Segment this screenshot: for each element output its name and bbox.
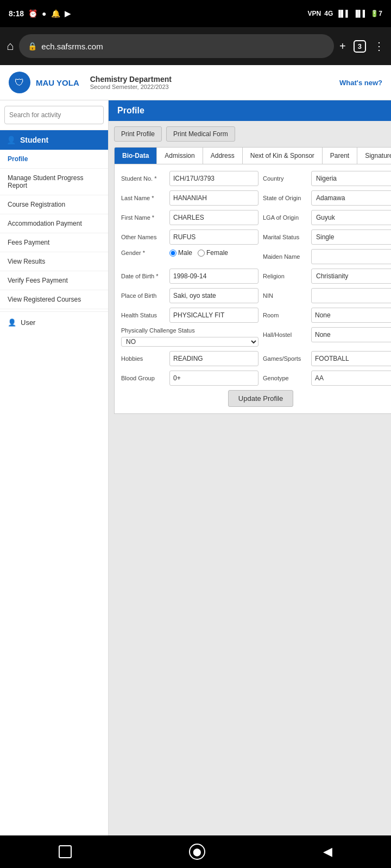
maiden-name-input[interactable] <box>311 249 391 264</box>
games-input[interactable] <box>311 351 391 366</box>
profile-actions: Print Profile Print Medical Form <box>114 126 391 142</box>
place-birth-input[interactable] <box>169 288 258 303</box>
page-title: Profile <box>117 106 144 115</box>
add-tab-icon[interactable]: + <box>339 40 346 53</box>
content-header: Profile <box>109 100 391 121</box>
browser-actions: + 3 ⋮ <box>339 40 384 53</box>
phys-challenge-label: Physically Challenge Status <box>121 327 195 334</box>
print-profile-button[interactable]: Print Profile <box>114 126 162 142</box>
search-input[interactable] <box>4 106 104 124</box>
form-col-student-no: Student No. * <box>121 171 258 186</box>
form-col-phys-challenge: Physically Challenge Status NO <box>121 327 258 347</box>
hall-hostel-input[interactable] <box>311 327 391 342</box>
logo-text: MAU YOLA <box>36 78 79 87</box>
tab-parent[interactable]: Parent <box>323 148 357 164</box>
user-label: User <box>21 318 35 327</box>
sidebar-item-fees[interactable]: Fees Payment <box>0 233 108 252</box>
first-name-label: First Name * <box>121 214 167 221</box>
form-col-hall-hostel: Hall/Hostel <box>263 327 391 342</box>
form-col-games: Games/Sports <box>263 351 391 366</box>
form-col-nin: NIN <box>263 288 391 303</box>
form-col-hobbies: Hobbies <box>121 351 258 366</box>
form-col-last-name: Last Name * <box>121 190 258 206</box>
form-row-dob: Date of Birth * Religion Christianity <box>121 269 391 284</box>
content-area: Profile Print Profile Print Medical Form… <box>109 100 391 868</box>
health-input[interactable] <box>169 308 258 323</box>
state-origin-label: State of Origin <box>263 195 309 201</box>
signal-bars-2: ▐▌▌ <box>354 10 368 17</box>
gender-female-radio[interactable]: Female <box>198 249 228 257</box>
genotype-input[interactable] <box>311 371 391 386</box>
play-icon: ▶ <box>65 9 71 18</box>
student-no-input[interactable] <box>169 171 258 186</box>
religion-label: Religion <box>263 273 309 279</box>
main-layout: 👤 Student Profile Manage Student Progres… <box>0 100 391 868</box>
place-birth-label: Place of Birth <box>121 292 167 299</box>
room-input[interactable] <box>311 308 391 323</box>
whatsapp-icon: ● <box>42 9 46 18</box>
logo-icon: 🛡 <box>9 72 30 93</box>
hall-hostel-label: Hall/Hostel <box>263 331 309 338</box>
country-select[interactable]: Nigeria <box>311 171 391 186</box>
sidebar-student-section: 👤 Student <box>0 130 108 150</box>
back-square-icon[interactable] <box>59 845 72 858</box>
whats-new-link[interactable]: What's new? <box>339 79 382 87</box>
gender-male-label: Male <box>178 249 192 257</box>
gender-male-radio[interactable]: Male <box>169 249 192 257</box>
phys-challenge-select[interactable]: NO <box>121 337 258 347</box>
form-row-phys-challenge: Physically Challenge Status NO Hall/Host… <box>121 327 391 347</box>
hobbies-input[interactable] <box>169 351 258 366</box>
form-col-room: Room <box>263 308 391 323</box>
form-col-marital-status: Marital Status Single <box>263 229 391 245</box>
form-col-place-birth: Place of Birth <box>121 288 258 303</box>
status-right: VPN 4G ▐▌▌ ▐▌▌ 🔋7 <box>308 10 382 17</box>
time: 8:18 <box>9 9 24 18</box>
sidebar-item-progress[interactable]: Manage Student Progress Report <box>0 169 108 195</box>
tab-signature[interactable]: Signature <box>357 148 391 164</box>
last-name-input[interactable] <box>169 190 258 206</box>
gender-radio-group: Male Female <box>169 249 228 257</box>
first-name-input[interactable] <box>169 210 258 225</box>
dob-input[interactable] <box>169 269 258 284</box>
form-row-first-name: First Name * LGA of Origin Guyuk <box>121 210 391 225</box>
form-col-country: Country Nigeria <box>263 171 391 186</box>
sidebar-item-results[interactable]: View Results <box>0 252 108 271</box>
form-row-hobbies: Hobbies Games/Sports <box>121 351 391 366</box>
update-profile-button[interactable]: Update Profile <box>228 390 293 407</box>
home-icon[interactable]: ⌂ <box>7 39 14 53</box>
back-triangle-icon[interactable]: ◀ <box>323 845 332 859</box>
last-name-label: Last Name * <box>121 195 167 201</box>
home-circle-icon[interactable]: ⬤ <box>189 844 205 860</box>
form-row-blood-group: Blood Group Genotype <box>121 371 391 386</box>
tab-bio-data[interactable]: Bio-Data <box>115 148 157 164</box>
tab-admission[interactable]: Admission <box>157 148 203 164</box>
state-origin-select[interactable]: Adamawa <box>311 190 391 206</box>
vpn-label: VPN <box>308 10 321 17</box>
sidebar-item-verify-fees[interactable]: Verify Fees Payment <box>0 271 108 290</box>
lga-select[interactable]: Guyuk <box>311 210 391 225</box>
form-col-maiden-name: Maiden Name <box>263 249 391 264</box>
print-medical-button[interactable]: Print Medical Form <box>166 126 235 142</box>
url-bar[interactable]: 🔒 ech.safsrms.com <box>19 34 334 58</box>
tab-next-of-kin[interactable]: Next of Kin & Sponsor <box>243 148 323 164</box>
search-box <box>0 100 108 130</box>
other-names-input[interactable] <box>169 229 258 245</box>
sidebar-item-profile[interactable]: Profile <box>0 150 108 169</box>
tab-count[interactable]: 3 <box>354 40 366 53</box>
tabs-bar: Bio-Data Admission Address Next of Kin &… <box>114 147 391 164</box>
religion-select[interactable]: Christianity <box>311 269 391 284</box>
blood-group-input[interactable] <box>169 371 258 386</box>
marital-status-select[interactable]: Single <box>311 229 391 245</box>
sidebar: 👤 Student Profile Manage Student Progres… <box>0 100 109 868</box>
menu-icon[interactable]: ⋮ <box>374 40 384 53</box>
form-col-religion: Religion Christianity <box>263 269 391 284</box>
form-col-other-names: Other Names <box>121 229 258 245</box>
sidebar-user[interactable]: 👤 User <box>0 311 108 333</box>
tab-address[interactable]: Address <box>203 148 243 164</box>
sidebar-item-accommodation[interactable]: Accommodation Payment <box>0 214 108 233</box>
status-bar: 8:18 ⏰ ● 🔔 ▶ VPN 4G ▐▌▌ ▐▌▌ 🔋7 <box>0 0 391 27</box>
nin-input[interactable] <box>311 288 391 303</box>
sidebar-item-course-reg[interactable]: Course Registration <box>0 195 108 214</box>
sidebar-item-registered-courses[interactable]: View Registered Courses <box>0 290 108 309</box>
games-label: Games/Sports <box>263 355 309 362</box>
